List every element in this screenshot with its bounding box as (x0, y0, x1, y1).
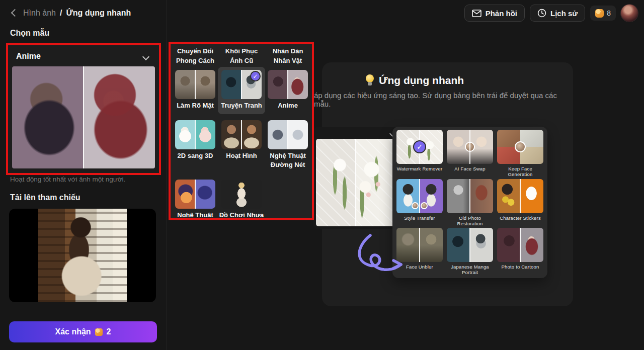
avatar[interactable] (621, 5, 638, 22)
template-selector-card: Anime (7, 44, 160, 173)
template-thumb-hoat-hinh (221, 120, 262, 149)
top-bar: Hình ảnh / Ứng dụng nhanh Phản hồi Lịch … (0, 0, 644, 26)
confirm-button[interactable]: Xác nhận 2 (9, 321, 157, 342)
feedback-button[interactable]: Phản hồi (464, 5, 525, 22)
envelope-icon (472, 10, 481, 17)
template-popup: Chuyển Đổi Phong Cách Khôi Phục Ảnh Cũ N… (170, 43, 313, 219)
page-title: Ứng dụng nhanh (66, 9, 131, 18)
popup-column-character-sticker: Nhãn Dán Nhân Vật (265, 47, 310, 66)
popup-column-old-photo: Khôi Phục Ảnh Cũ (219, 47, 264, 66)
upload-reference-label: Tải lên tham chiếu (10, 193, 80, 202)
template-thumb-nghe-thuat-duong-net (268, 120, 308, 149)
credit-badge[interactable]: 8 (590, 6, 616, 21)
effects-grid: ✓ Watermark Remover AI Face Swap Keep Fa… (392, 127, 547, 278)
popup-column-style-transfer: Chuyển Đổi Phong Cách (173, 47, 218, 66)
template-hint: Hoạt động tốt nhất với ảnh một người. (10, 176, 125, 183)
chevron-down-icon (143, 54, 149, 59)
effect-thumb-old-photo-restoration (447, 179, 493, 213)
breadcrumb-separator: / (60, 9, 62, 18)
breadcrumb: Hình ảnh / Ứng dụng nhanh (8, 8, 131, 19)
confirm-button-label: Xác nhận (55, 327, 91, 336)
template-select[interactable]: Anime (12, 47, 155, 65)
template-thumb-nghe-thuat (175, 180, 215, 209)
coin-icon (595, 9, 604, 18)
back-icon[interactable] (8, 8, 19, 19)
template-thumb-lam-ro-mat (175, 70, 215, 99)
template-thumb-anime (268, 70, 308, 99)
effect-thumb-keep-face-generation (497, 130, 543, 164)
history-button-label: Lịch sử (550, 9, 578, 18)
template-thumb-2d-sang-3d (175, 120, 215, 149)
selected-check-icon: ✓ (413, 140, 426, 153)
credit-count: 8 (607, 9, 611, 17)
quick-apply-title: Ứng dụng nhanh (365, 74, 464, 86)
effect-thumb-photo-to-cartoon (497, 228, 543, 262)
style-inset-icon (421, 202, 428, 209)
arrow-doodle-icon (351, 232, 407, 280)
style-inset-icon (412, 202, 419, 209)
selected-check-icon: ✓ (250, 71, 261, 81)
effect-thumb-watermark-remover: ✓ (396, 130, 443, 164)
selected-template-preview-card (313, 127, 397, 229)
quick-apply-panel: Ứng dụng nhanh áp dụng các hiệu ứng sáng… (322, 62, 573, 306)
effect-thumb-character-stickers (497, 179, 543, 213)
lightbulb-icon (365, 74, 374, 86)
quick-apply-subtitle: áp dụng các hiệu ứng sáng tạo. Sử dụng b… (314, 91, 576, 108)
watermark-remover-preview-image (316, 139, 395, 226)
clock-icon (537, 9, 546, 18)
template-preview-image (12, 66, 155, 168)
reference-upload-area[interactable] (9, 209, 156, 302)
history-button[interactable]: Lịch sử (530, 5, 585, 22)
sidebar-divider (167, 0, 167, 350)
effect-thumb-ai-face-swap (447, 130, 493, 164)
confirm-button-cost: 2 (107, 327, 111, 336)
effect-thumb-japanese-manga-portrait (447, 228, 493, 262)
template-thumb-truyen-tranh: ✓ (221, 70, 262, 99)
coin-icon (95, 328, 103, 336)
face-inset-icon (515, 141, 526, 152)
breadcrumb-section[interactable]: Hình ảnh (23, 9, 56, 18)
choose-template-label: Chọn mẫu (10, 29, 49, 38)
template-select-value: Anime (16, 52, 41, 61)
template-thumb-do-choi-nhua (221, 180, 262, 209)
feedback-button-label: Phản hồi (486, 9, 517, 18)
reference-image (38, 209, 127, 302)
face-inset-icon (465, 142, 475, 152)
effect-thumb-style-transfer (396, 179, 443, 213)
